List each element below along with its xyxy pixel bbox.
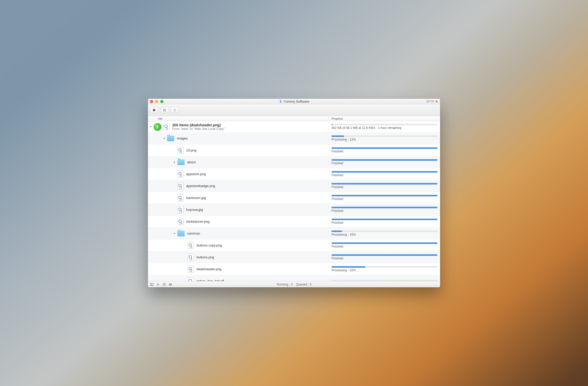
progress-bar bbox=[331, 207, 438, 208]
item-name: appstore.png bbox=[186, 172, 206, 176]
item-name: images bbox=[177, 136, 188, 140]
columns-header: Job Progress bbox=[148, 116, 440, 121]
window-title: Yummy Software bbox=[284, 99, 309, 103]
schedule-icon[interactable] bbox=[162, 283, 166, 286]
chevron-right-icon[interactable] bbox=[173, 161, 176, 164]
app-window: Yummy Software SFTP Job Progress bbox=[148, 99, 440, 287]
progress-bar bbox=[331, 171, 438, 173]
transfer-list[interactable]: PNG 200 items (dealsheader.png) From "ww… bbox=[148, 121, 440, 281]
zoom-button[interactable] bbox=[160, 100, 163, 103]
list-item[interactable]: common Processing - 10% bbox=[148, 228, 440, 240]
lock-icon bbox=[435, 100, 438, 103]
list-item[interactable]: about Finished bbox=[148, 156, 440, 168]
list-item[interactable]: PNGbuttons copy.png Finished bbox=[148, 240, 440, 251]
progress-bar bbox=[331, 183, 438, 184]
close-button[interactable] bbox=[150, 100, 153, 103]
svg-rect-1 bbox=[163, 109, 164, 111]
item-name: buttons.png bbox=[197, 255, 214, 259]
item-name: dealsheader.png bbox=[197, 267, 221, 271]
chevron-down-icon[interactable] bbox=[149, 126, 152, 128]
item-name: clickbanner.png bbox=[186, 220, 209, 223]
list-item[interactable]: PNGclickbanner.png Finished bbox=[148, 216, 440, 228]
item-name: 10.png bbox=[186, 148, 197, 152]
file-icon: PNG bbox=[177, 182, 184, 190]
list-item[interactable]: images Processing - 12% bbox=[148, 133, 440, 144]
list-item[interactable]: JPEGbuynow.jpg Finished bbox=[148, 204, 440, 216]
history-button[interactable] bbox=[171, 107, 179, 113]
download-icon bbox=[154, 123, 161, 131]
item-name: common bbox=[187, 231, 200, 235]
list-item[interactable]: GIFextras_box_bot.gif bbox=[148, 275, 440, 281]
list-item[interactable]: PNGappstorebadge.png Finished bbox=[148, 180, 440, 192]
sidebar-toggle-icon[interactable] bbox=[150, 283, 154, 286]
file-icon: JPEG bbox=[177, 194, 184, 202]
stop-button[interactable] bbox=[150, 107, 158, 113]
item-name: backsoon.jpg bbox=[186, 196, 206, 200]
progress-bar bbox=[331, 266, 438, 268]
item-status: Finished bbox=[331, 245, 438, 248]
progress-bar bbox=[331, 242, 438, 244]
item-status: Processing - 10% bbox=[331, 233, 438, 236]
queued-count: 0 bbox=[310, 283, 311, 286]
column-header-progress[interactable]: Progress bbox=[329, 116, 440, 121]
chevron-down-icon[interactable] bbox=[163, 137, 165, 140]
svg-rect-0 bbox=[153, 109, 155, 111]
list-item[interactable]: PNGdealsheader.png Processing - 32% bbox=[148, 263, 440, 275]
progress-bar bbox=[331, 254, 438, 256]
job-header-row[interactable]: PNG 200 items (dealsheader.png) From "ww… bbox=[148, 121, 440, 133]
item-status: Processing - 32% bbox=[331, 268, 438, 272]
item-status: Finished bbox=[331, 209, 438, 213]
progress-bar bbox=[331, 219, 438, 220]
file-icon: PNG bbox=[177, 171, 184, 178]
item-status: Finished bbox=[331, 150, 438, 153]
progress-bar bbox=[331, 135, 438, 137]
running-label: Running : bbox=[277, 283, 290, 286]
job-title: 200 items (dealsheader.png) bbox=[172, 123, 225, 127]
protocol-indicator: SFTP bbox=[426, 100, 438, 103]
item-status: Finished bbox=[331, 221, 438, 225]
titlebar: Yummy Software SFTP bbox=[148, 99, 440, 104]
item-name: buttons copy.png bbox=[197, 243, 222, 247]
item-status: Processing - 12% bbox=[331, 138, 438, 141]
window-controls bbox=[150, 100, 163, 103]
file-icon: PNG bbox=[188, 242, 194, 249]
list-item[interactable]: PNGbuttons.png Finished bbox=[148, 251, 440, 263]
item-status: Finished bbox=[331, 185, 438, 189]
svg-rect-4 bbox=[150, 283, 153, 285]
list-item[interactable]: PNG10.png Finished bbox=[148, 144, 440, 156]
sync-icon[interactable] bbox=[156, 283, 160, 286]
file-icon: PNG bbox=[188, 254, 194, 261]
item-status: Finished bbox=[331, 161, 438, 165]
item-name: extras_box_bot.gif bbox=[197, 279, 224, 281]
progress-bar bbox=[331, 147, 438, 149]
preview-icon[interactable] bbox=[169, 283, 172, 286]
item-name: about bbox=[187, 160, 196, 164]
progress-bar bbox=[331, 159, 438, 161]
folder-icon bbox=[177, 159, 185, 165]
folder-icon bbox=[167, 136, 174, 141]
list-item[interactable]: JPEGbacksoon.jpg Finished bbox=[148, 192, 440, 204]
progress-bar bbox=[331, 195, 438, 196]
job-subtitle: From "www" to "Web Site Local Copy" bbox=[172, 127, 225, 131]
folder-icon bbox=[177, 231, 185, 236]
pause-button[interactable] bbox=[160, 107, 169, 113]
list-item[interactable]: PNGappstore.png Finished bbox=[148, 168, 440, 180]
progress-bar bbox=[331, 230, 438, 232]
minimize-button[interactable] bbox=[155, 100, 158, 103]
running-count: 3 bbox=[291, 283, 293, 286]
item-status: Finished bbox=[331, 197, 438, 201]
app-icon bbox=[279, 100, 282, 103]
item-status: Finished bbox=[331, 173, 438, 177]
file-icon: JPEG bbox=[177, 206, 184, 213]
queued-label: Queued : bbox=[296, 283, 309, 286]
toolbar bbox=[148, 104, 440, 116]
protocol-label: SFTP bbox=[426, 100, 434, 103]
column-header-job[interactable]: Job bbox=[148, 116, 329, 121]
item-name: buynow.jpg bbox=[186, 208, 203, 212]
file-icon: GIF bbox=[188, 277, 194, 281]
file-icon: PNG bbox=[177, 147, 184, 154]
chevron-down-icon[interactable] bbox=[173, 232, 176, 235]
item-status: Finished bbox=[331, 257, 438, 260]
status-bar: Running : 3 Queued : 0 bbox=[148, 281, 440, 287]
progress-bar bbox=[331, 124, 438, 125]
